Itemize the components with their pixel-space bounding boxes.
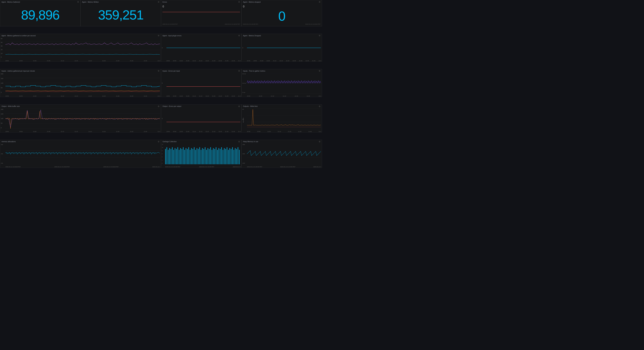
- settings-icon-gathered[interactable]: ⚙: [77, 1, 79, 3]
- settings-icon-oe[interactable]: ⚙: [238, 105, 240, 108]
- errors-ts1: 2020-03-12 21:00:00 PDT: [162, 24, 178, 25]
- panel-output-buffer: Output - Write buffer size ⚙ 200 150 100…: [0, 104, 161, 132]
- panel-title-errors: Errors: [162, 1, 167, 3]
- panel-header-ob: Output - Write buffer size ⚙: [0, 104, 161, 108]
- svg-rect-74: [222, 150, 223, 164]
- panel-input-errors: Agent - input plugin errors ⚙ 0 20:50 20…: [161, 34, 242, 62]
- x-labels-oe: 20:50 20:55 21:00 21:05 21:10 21:15 21:2…: [166, 129, 241, 132]
- panel-title-gvw: Agent - Metrics gathered vs written per …: [2, 35, 36, 36]
- svg-rect-47: [186, 148, 186, 164]
- y-labels-gc: 12 10 8 6 4 2 0: [162, 144, 165, 164]
- panel-header-mdc: Agent - Metrics Dropped ⚙: [242, 34, 322, 38]
- panel-header-written: Agent - Metrics Written ⚙: [81, 0, 161, 4]
- svg-rect-55: [197, 148, 197, 164]
- svg-rect-36: [170, 149, 171, 164]
- settings-icon-ob[interactable]: ⚙: [158, 105, 160, 108]
- svg-rect-66: [212, 150, 212, 164]
- svg-rect-85: [238, 147, 238, 164]
- svg-rect-61: [205, 147, 205, 164]
- x-labels-mdc: 20:50 20:55 21:00 21:05 21:10 21:15 21:2…: [247, 58, 321, 62]
- panel-content-mdc: 0 20:50 20:55 21:00 21:05 21:10 21:15 21…: [242, 38, 322, 62]
- panel-content-written: 359,251: [81, 4, 161, 26]
- settings-icon-errors[interactable]: ⚙: [238, 1, 240, 3]
- chart-svg-iep: [166, 73, 240, 93]
- panel-title-gc: Garbage Collection: [162, 141, 177, 142]
- x-labels-ig: 20:50 20:55 21:00 21:05 21:10 21:15 21:2…: [6, 94, 160, 97]
- settings-icon-it[interactable]: ⚙: [319, 70, 320, 72]
- chart-ie: 0 20:50 20:55 21:00 21:05 21:10 21:15 21…: [162, 38, 241, 62]
- panel-content-ma: 18k 16k 14k 2020-03-12 21:00:00 PDT 2020…: [0, 144, 161, 168]
- svg-rect-37: [172, 147, 172, 164]
- panel-content-it: 2k ms 1k ms 0 ms 20:50 21:00 21:10 21:20: [242, 73, 322, 97]
- svg-rect-77: [227, 147, 227, 164]
- svg-rect-38: [173, 150, 174, 164]
- panel-errors: Errors ⚙ 0 2020-03-12 21:00:00 PDT 2020-…: [161, 0, 242, 26]
- y-labels-iep: 0: [162, 73, 166, 94]
- svg-rect-64: [209, 149, 210, 164]
- dropped-value: 0: [243, 5, 244, 8]
- settings-icon-ma[interactable]: ⚙: [158, 140, 160, 143]
- panel-title-ma: memory allocations: [2, 141, 16, 142]
- panel-content-ob: 200 150 100 50 0: [0, 108, 161, 132]
- svg-rect-72: [220, 149, 220, 164]
- settings-icon-iep[interactable]: ⚙: [238, 70, 240, 72]
- panel-content-owt: 40 20 20:50 20:55 21:00: [242, 108, 322, 132]
- settings-icon-gvw[interactable]: ⚙: [158, 34, 160, 37]
- svg-rect-58: [201, 150, 202, 164]
- chart-svg-ob: [6, 108, 160, 129]
- svg-rect-52: [192, 149, 193, 164]
- panel-agent-dropped: Agent - Metrics dropped ⚙ 0 0 2020-03-12…: [242, 0, 322, 26]
- svg-rect-54: [195, 150, 196, 164]
- y-labels-ma: 18k 16k 14k: [1, 144, 6, 164]
- svg-rect-33: [166, 147, 167, 164]
- svg-rect-51: [191, 148, 192, 164]
- svg-rect-65: [210, 147, 211, 164]
- panel-inputs-errors-per: Inputs - Errors per input ⚙ 0 20:50 20:5…: [161, 69, 242, 97]
- panel-output-errors: Output - Errors per output ⚙ 0 20:50 20:…: [161, 104, 242, 132]
- svg-rect-60: [204, 149, 204, 164]
- y-axis-label-owt: Seconds: [243, 118, 244, 123]
- panel-header-gc: Garbage Collection ⚙: [161, 140, 241, 144]
- svg-rect-50: [190, 150, 190, 164]
- chart-iep: 0 20:50 20:55 21:00 21:05 21:10 21:15 21…: [162, 73, 241, 97]
- y-labels-ie: 0: [162, 38, 166, 58]
- svg-rect-44: [182, 149, 182, 164]
- y-labels-ob: 200 150 100 50 0: [1, 108, 6, 129]
- settings-icon-hm[interactable]: ⚙: [319, 140, 320, 143]
- panel-title-hm: Heap Memory in use: [243, 141, 258, 142]
- svg-rect-69: [216, 147, 216, 164]
- y-labels-ig: 500 250 100 50 0: [1, 73, 6, 94]
- y-labels-gvw: 50 40 30 20 10 0: [1, 38, 6, 58]
- panel-header-errors: Errors ⚙: [161, 0, 241, 4]
- panel-header-gathered: Agent - Metrics Gathered ⚙: [0, 0, 80, 4]
- panel-outputs-write-time: Outputs - Write time ⚙ 40 20: [242, 104, 322, 132]
- settings-icon-gc[interactable]: ⚙: [238, 140, 240, 143]
- chart-svg-gvw: [6, 38, 160, 58]
- settings-icon-ig[interactable]: ⚙: [158, 70, 160, 72]
- settings-icon-mdc[interactable]: ⚙: [319, 34, 320, 37]
- panel-header-owt: Outputs - Write time ⚙: [242, 104, 322, 108]
- svg-rect-34: [168, 150, 168, 164]
- x-labels-iep: 20:50 20:55 21:00 21:05 21:10 21:15 21:2…: [166, 94, 241, 97]
- panel-content-hm: 16M 14M 12M 2020-03-12 21:00:00 PDT 2020…: [242, 144, 322, 168]
- svg-rect-48: [187, 149, 188, 164]
- settings-icon-owt[interactable]: ⚙: [319, 105, 320, 108]
- svg-rect-40: [176, 149, 177, 164]
- settings-icon-dropped[interactable]: ⚙: [319, 1, 320, 3]
- panel-inputs-gathered: Inputs - metrics gathered per input per …: [0, 69, 161, 97]
- x-labels-it: 20:50 21:00 21:10 21:20 21:30 21:40 21:4: [247, 94, 321, 97]
- panel-content-ig: 500 250 100 50 0: [0, 73, 161, 97]
- svg-rect-78: [228, 150, 229, 164]
- chart-it: 2k ms 1k ms 0 ms 20:50 21:00 21:10 21:20: [242, 73, 321, 97]
- chart-gvw: 50 40 30 20 10 0: [1, 38, 160, 62]
- svg-rect-83: [235, 148, 236, 164]
- errors-ts2: 2020-03-12 21:30:00 PDT: [225, 24, 240, 25]
- settings-icon-ie[interactable]: ⚙: [238, 34, 240, 37]
- settings-icon-written[interactable]: ⚙: [158, 1, 160, 3]
- chart-svg-hm: [247, 144, 321, 164]
- panel-content-dropped: 0 0 2020-03-12 21:00:00 PDT 2020-03-12 2…: [242, 4, 322, 26]
- panel-heap-memory: Heap Memory in use ⚙ 16M 14M 12M: [242, 140, 322, 168]
- panel-content-ie: 0 20:50 20:55 21:00 21:05 21:10 21:15 21…: [161, 38, 241, 62]
- svg-rect-49: [188, 147, 189, 164]
- chart-svg-owt: [247, 108, 321, 129]
